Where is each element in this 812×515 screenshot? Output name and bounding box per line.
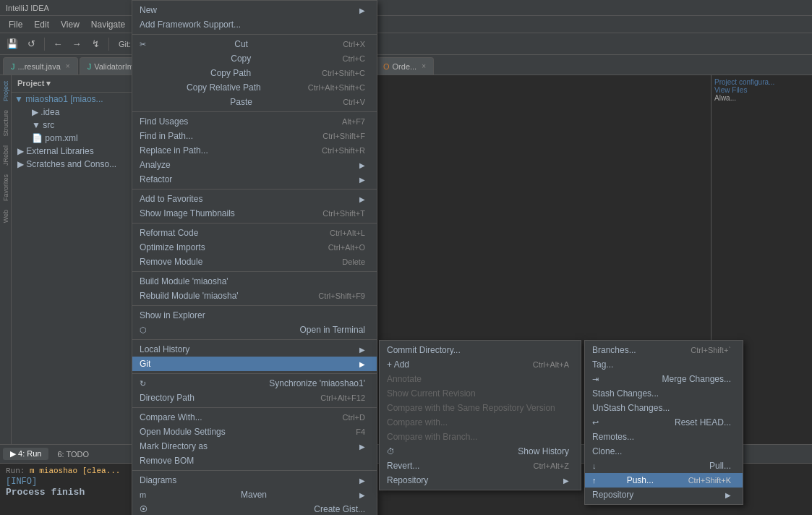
ctx-show-thumbnails[interactable]: Show Image Thumbnails Ctrl+Shift+T [132,206,377,221]
ctx-git-commit-dir[interactable]: Commit Directory... [380,343,581,357]
ctx-find-path[interactable]: Find in Path... Ctrl+Shift+F [132,129,377,143]
ctx-module-settings[interactable]: Open Module Settings F4 [132,425,377,439]
ctx-git-revert[interactable]: Revert... Ctrl+Alt+Z [380,459,581,473]
ctx-show-explorer-label: Show in Explorer [140,310,205,320]
ctx-tag[interactable]: Tag... [585,357,743,372]
ctx-reformat-shortcut: Ctrl+Alt+L [330,229,365,237]
ctx-merge-label: Merge Changes... [662,374,731,384]
ctx-new[interactable]: New ▶ [132,3,377,17]
gist-icon: ⦿ [140,505,151,514]
ctx-find-path-shortcut: Ctrl+Shift+F [322,132,365,140]
ctx-replace-path-shortcut: Ctrl+Shift+R [322,146,365,155]
ctx-dir-path[interactable]: Directory Path Ctrl+Alt+F12 [132,391,377,405]
ctx-push-label: Push... [627,475,654,485]
ctx-remove-module-shortcut: Delete [342,258,365,266]
ctx-branches[interactable]: Branches... Ctrl+Shift+` [585,343,743,357]
ctx-copy-path-label: Copy Path [210,68,251,78]
ctx-copy-rel-path[interactable]: Copy Relative Path Ctrl+Alt+Shift+C [132,80,377,95]
ctx-git-compare-with-label: Compare with... [387,417,448,427]
ctx-git-history[interactable]: ⏱ Show History [380,444,581,459]
cut-icon: ✂ [140,40,151,49]
ctx-add-fav[interactable]: Add to Favorites ▶ [132,192,377,206]
sep-cut [132,34,377,35]
ctx-add-framework[interactable]: Add Framework Support... [132,17,377,32]
ctx-copy-label: Copy [231,54,251,64]
ctx-git-show-current-label: Show Current Revision [387,388,476,399]
ctx-tag-label: Tag... [592,359,613,370]
ctx-open-terminal-label: Open in Terminal [300,325,366,335]
ctx-optimize[interactable]: Optimize Imports Ctrl+Alt+O [132,240,377,255]
ctx-branches-shortcut: Ctrl+Shift+` [691,346,731,354]
ctx-cut[interactable]: ✂ Cut Ctrl+X [132,37,377,51]
ctx-maven[interactable]: m Maven ▶ [132,488,377,502]
ctx-git-add[interactable]: + Add Ctrl+Alt+A [380,357,581,372]
ctx-git[interactable]: Git ▶ [132,357,377,371]
ctx-find-usages-shortcut: Alt+F7 [342,117,365,126]
maven-icon: m [140,490,151,499]
terminal-icon: ⬡ [140,325,151,335]
ctx-replace-path[interactable]: Replace in Path... Ctrl+Shift+R [132,143,377,158]
ctx-sync[interactable]: ↻ Synchronize 'miaoshao1' [132,376,377,391]
context-menu-git: Commit Directory... + Add Ctrl+Alt+A Ann… [379,340,581,490]
ctx-pull-label: Pull... [709,461,731,471]
ctx-rebuild[interactable]: Rebuild Module 'miaosha' Ctrl+Shift+F9 [132,289,377,303]
ctx-gist[interactable]: ⦿ Create Gist... [132,502,377,515]
sep-sync [132,373,377,374]
ctx-local-history[interactable]: Local History ▶ [132,342,377,357]
ctx-mark-dir[interactable]: Mark Directory as ▶ [132,439,377,454]
ctx-git-compare-same: Compare with the Same Repository Version [380,401,581,415]
ctx-merge[interactable]: ⇥ Merge Changes... [585,372,743,386]
ctx-show-explorer[interactable]: Show in Explorer [132,308,377,323]
ctx-unstash[interactable]: UnStash Changes... [585,401,743,415]
ctx-optimize-label: Optimize Imports [140,242,205,252]
ctx-remove-bom[interactable]: Remove BOM [132,454,377,468]
ctx-show-thumbnails-label: Show Image Thumbnails [140,208,235,218]
ctx-refactor-label: Refactor [140,174,172,184]
ctx-compare-with[interactable]: Compare With... Ctrl+D [132,410,377,425]
ctx-local-history-arrow: ▶ [359,346,365,354]
ctx-reset-head[interactable]: ↩ Reset HEAD... [585,415,743,430]
ctx-local-history-label: Local History [140,344,189,354]
ctx-git-repository-label: Repository [387,475,428,485]
ctx-push[interactable]: ↑ Push... Ctrl+Shift+K [585,473,743,488]
ctx-git-history-label: Show History [518,446,569,456]
ctx-build-label: Build Module 'miaosha' [140,276,228,286]
merge-icon: ⇥ [592,375,604,384]
ctx-module-settings-shortcut: F4 [356,427,365,436]
ctx-diagrams[interactable]: Diagrams ▶ [132,473,377,488]
ctx-find-usages[interactable]: Find Usages Alt+F7 [132,114,377,129]
ctx-remotes[interactable]: Remotes... [585,430,743,444]
ctx-maven-arrow: ▶ [359,491,365,499]
ctx-reset-head-label: Reset HEAD... [675,417,731,427]
ctx-dir-path-label: Directory Path [140,393,195,403]
ctx-add-fav-arrow: ▶ [359,195,365,203]
ctx-stash[interactable]: Stash Changes... [585,386,743,401]
ctx-analyze[interactable]: Analyze ▶ [132,158,377,172]
sep-reformat [132,223,377,224]
ctx-git-repository[interactable]: Repository ▶ [380,473,581,488]
ctx-repository-sub[interactable]: Repository ▶ [585,488,743,502]
ctx-reformat[interactable]: Reformat Code Ctrl+Alt+L [132,226,377,240]
ctx-open-terminal[interactable]: ⬡ Open in Terminal [132,323,377,337]
ctx-refactor[interactable]: Refactor ▶ [132,172,377,187]
ctx-paste-shortcut: Ctrl+V [343,98,365,106]
ctx-rebuild-label: Rebuild Module 'miaosha' [140,291,239,301]
ctx-copy[interactable]: Copy Ctrl+C [132,51,377,66]
ctx-unstash-label: UnStash Changes... [592,403,670,413]
ctx-paste[interactable]: Paste Ctrl+V [132,95,377,109]
ctx-remove-module[interactable]: Remove Module Delete [132,255,377,269]
ctx-sync-label: Synchronize 'miaoshao1' [269,378,365,388]
ctx-new-label: New [140,5,157,15]
ctx-git-annotate-label: Annotate [387,374,422,384]
ctx-git-commit-dir-label: Commit Directory... [387,345,461,355]
ctx-pull[interactable]: ↓ Pull... [585,459,743,473]
ctx-clone[interactable]: Clone... [585,444,743,459]
ctx-repository-sub-label: Repository [592,490,633,500]
ctx-git-add-label: + Add [387,359,409,370]
ctx-build[interactable]: Build Module 'miaosha' [132,274,377,289]
sep-compare [132,407,377,408]
ctx-copy-path[interactable]: Copy Path Ctrl+Shift+C [132,66,377,80]
ctx-remove-bom-label: Remove BOM [140,456,194,466]
ctx-git-annotate: Annotate [380,372,581,386]
ctx-repository-sub-arrow: ▶ [725,491,731,499]
